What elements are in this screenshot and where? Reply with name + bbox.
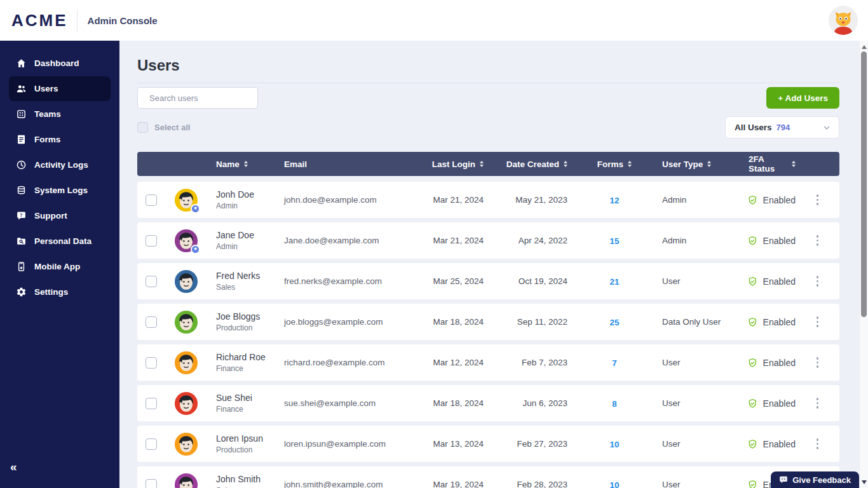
sidebar-item-label: Teams xyxy=(34,109,61,119)
column-label: Email xyxy=(284,159,307,169)
cell-name: Fred NerksSales xyxy=(205,271,284,292)
cell-2fa-status: Enabled xyxy=(716,357,796,369)
sort-arrows-icon xyxy=(792,161,796,168)
cell-last-login: Mar 12, 2024 xyxy=(424,358,494,367)
cell-email: joe.bloggs@example.com xyxy=(284,317,424,327)
sidebar-item-settings[interactable]: Settings xyxy=(9,280,111,304)
cell-name: Jane DoeAdmin xyxy=(205,230,284,251)
row-menu-kebab-icon[interactable] xyxy=(813,233,823,248)
forms-count-link[interactable]: 8 xyxy=(612,399,617,409)
support-icon: ? xyxy=(16,210,27,221)
sidebar-collapse-button[interactable]: « xyxy=(10,461,17,473)
sidebar-item-teams[interactable]: Teams xyxy=(9,102,111,126)
cell-actions xyxy=(796,436,839,452)
avatar xyxy=(174,310,198,334)
row-checkbox[interactable] xyxy=(146,194,157,206)
row-checkbox[interactable] xyxy=(146,235,157,247)
row-checkbox[interactable] xyxy=(146,398,157,409)
sidebar-item-label: Settings xyxy=(34,287,68,297)
row-checkbox[interactable] xyxy=(146,438,157,450)
cell-forms: 8 xyxy=(583,398,646,409)
forms-count-link[interactable]: 7 xyxy=(612,358,617,368)
cell-name: Joe BloggsProduction xyxy=(205,311,284,332)
feedback-bubble-icon xyxy=(779,475,788,484)
column-header-user-type[interactable]: User Type xyxy=(646,159,716,169)
sidebar-item-support[interactable]: ?Support xyxy=(9,203,111,228)
forms-count-link[interactable]: 10 xyxy=(609,440,619,449)
select-all-checkbox[interactable] xyxy=(137,122,148,133)
tfa-status-text: Enabled xyxy=(763,439,796,449)
page-title: Users xyxy=(137,57,839,74)
cell-email: sue.shei@example.com xyxy=(284,398,424,408)
chevron-down-icon xyxy=(822,123,831,132)
column-header-last-login[interactable]: Last Login xyxy=(424,159,494,169)
table-rows: ★Jonh DoeAdminjohn.doe@example.comMar 21… xyxy=(137,182,839,488)
give-feedback-button[interactable]: Give Feedback xyxy=(771,471,859,488)
row-menu-kebab-icon[interactable] xyxy=(813,395,823,411)
mobile-app-icon xyxy=(16,261,27,272)
forms-count-link[interactable]: 10 xyxy=(609,480,619,488)
cell-forms: 10 xyxy=(583,479,646,488)
settings-icon xyxy=(16,287,27,297)
table-row: Loren IpsunProductionloren.ipsun@example… xyxy=(137,426,839,462)
column-header-name[interactable]: Name xyxy=(205,159,284,169)
cell-name: John SmithSales xyxy=(205,474,284,488)
column-header-forms[interactable]: Forms xyxy=(583,159,646,169)
search-box xyxy=(137,87,258,109)
svg-text:?: ? xyxy=(20,213,22,218)
cell-date-created: Feb 28, 2023 xyxy=(494,480,583,488)
cell-name: Richard RoeFinance xyxy=(205,352,284,373)
select-all-label: Select all xyxy=(154,123,190,132)
column-header-date-created[interactable]: Date Created xyxy=(494,159,583,169)
tfa-status-text: Enabled xyxy=(763,398,796,409)
cell-date-created: Feb 27, 2023 xyxy=(494,439,583,449)
cell-forms: 25 xyxy=(583,316,646,328)
select-all: Select all xyxy=(137,122,190,133)
shield-check-icon xyxy=(747,235,758,247)
forms-count-link[interactable]: 15 xyxy=(609,236,619,246)
tfa-status-text: Enabled xyxy=(763,317,796,327)
row-menu-kebab-icon[interactable] xyxy=(813,192,823,208)
profile-avatar[interactable] xyxy=(829,6,858,35)
row-checkbox[interactable] xyxy=(146,479,157,488)
sidebar-item-mobile-app[interactable]: Mobile App xyxy=(9,254,111,279)
sidebar-item-system-logs[interactable]: System Logs xyxy=(9,178,111,203)
cell-actions xyxy=(796,192,839,208)
row-menu-kebab-icon[interactable] xyxy=(813,273,823,289)
search-input[interactable] xyxy=(149,93,261,103)
forms-count-link[interactable]: 21 xyxy=(609,277,619,287)
cell-date-created: Feb 7, 2023 xyxy=(494,358,583,367)
user-name: Joe Bloggs xyxy=(216,311,284,322)
cell-date-created: Sep 11, 2022 xyxy=(494,317,583,327)
column-header-email: Email xyxy=(284,159,424,169)
user-filter-dropdown[interactable]: All Users 794 xyxy=(725,116,839,139)
cell-last-login: Mar 13, 2024 xyxy=(424,439,494,449)
column-header-2fa-status[interactable]: 2FA Status xyxy=(716,154,796,173)
forms-count-link[interactable]: 25 xyxy=(609,318,619,327)
sidebar-item-personal-data[interactable]: Personal Data xyxy=(9,229,111,254)
sidebar-item-users[interactable]: Users xyxy=(9,76,111,101)
user-avatar-illustration xyxy=(174,432,198,456)
user-avatar-illustration xyxy=(174,269,198,294)
scrollbar-down-arrow[interactable] xyxy=(862,480,867,484)
tfa-status-text: Enabled xyxy=(763,276,796,287)
sidebar-item-label: Mobile App xyxy=(34,262,80,271)
vertical-scrollbar[interactable] xyxy=(859,41,868,488)
row-menu-kebab-icon[interactable] xyxy=(813,436,823,452)
scrollbar-thumb[interactable] xyxy=(861,51,867,317)
sidebar-item-dashboard[interactable]: Dashboard xyxy=(9,51,111,76)
user-department: Production xyxy=(216,445,284,454)
sidebar-item-forms[interactable]: Forms xyxy=(9,127,111,152)
row-checkbox[interactable] xyxy=(146,316,157,328)
sidebar-item-activity-logs[interactable]: Activity Logs xyxy=(9,152,111,177)
shield-check-icon xyxy=(747,276,758,287)
add-users-button[interactable]: + Add Users xyxy=(766,87,839,109)
row-checkbox-cell xyxy=(137,235,168,247)
row-checkbox[interactable] xyxy=(146,357,157,369)
row-checkbox[interactable] xyxy=(146,276,157,287)
scrollbar-up-arrow[interactable] xyxy=(862,45,867,49)
row-menu-kebab-icon[interactable] xyxy=(813,355,823,370)
activity-logs-icon xyxy=(16,159,27,170)
row-menu-kebab-icon[interactable] xyxy=(813,314,823,330)
forms-count-link[interactable]: 12 xyxy=(609,196,619,205)
